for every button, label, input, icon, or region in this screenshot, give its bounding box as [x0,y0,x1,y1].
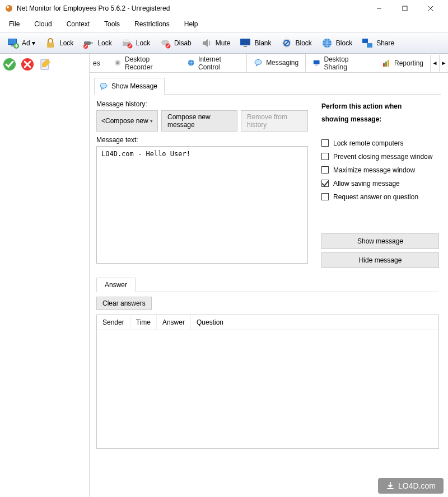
toolbar-add[interactable]: Ad ▾ [2,34,40,52]
toolbar-disable[interactable]: Disab [155,34,196,52]
check-lock-remote-label: Lock remote computers [333,139,403,147]
reject-icon[interactable] [20,57,35,72]
check-maximize-label: Maximize message window [333,166,415,174]
svg-rect-3 [403,6,407,11]
col-answer[interactable]: Answer [157,315,191,330]
menu-help[interactable]: Help [182,19,200,29]
tab-desktop-recorder[interactable]: Desktop Recorder [107,54,180,72]
toolbar-block-2-label: Block [336,39,352,47]
window-controls [366,1,444,16]
svg-point-0 [6,5,12,12]
maximize-button[interactable] [392,1,418,16]
menubar: File Cloud Context Tools Restrictions He… [0,17,448,32]
svg-point-45 [100,83,107,88]
toolbar-share-label: Share [376,39,394,47]
check-prevent-close-label: Prevent closing message window [333,153,432,161]
toolbar-lock-2-label: Lock [97,39,111,47]
hide-message-button[interactable]: Hide message [321,252,439,268]
menu-context[interactable]: Context [64,19,92,29]
tab-scroll: ◄ ► [430,55,448,72]
history-select-value: <Compose new [101,117,148,125]
svg-rect-42 [383,63,385,67]
menu-cloud[interactable]: Cloud [32,19,54,29]
svg-rect-29 [362,39,368,43]
tab-reporting[interactable]: Reporting [375,54,430,72]
checkbox-icon [321,153,329,160]
sub-tab-label: Show Message [111,82,157,90]
svg-rect-11 [84,41,91,45]
message-text-input[interactable] [96,146,308,264]
col-time[interactable]: Time [130,315,157,330]
toolbar-disable-label: Disab [174,39,192,47]
tab-desktop-sharing-label: Desktop Sharing [324,55,368,71]
svg-rect-43 [385,62,387,67]
tab-messaging-label: Messaging [266,59,298,67]
check-prevent-close[interactable]: Prevent closing message window [321,153,439,161]
compose-button[interactable]: Compose new message [161,110,237,132]
toolbar-mute[interactable]: Mute [196,34,235,52]
answer-body: Clear answers Sender Time Answer Questio… [96,292,439,449]
action-column: Perform this action when showing message… [321,100,439,268]
toolbar-block-2[interactable]: Block [316,34,357,52]
main-area: es Desktop Recorder Internet Control Mes… [90,54,448,497]
check-request-answer[interactable]: Request answer on question [321,193,439,201]
monitor-add-icon [7,37,19,49]
answer-table-header: Sender Time Answer Question [97,315,438,330]
svg-rect-10 [47,43,54,48]
toolbar-block-1[interactable]: Block [276,34,316,52]
tab-internet-control[interactable]: Internet Control [180,54,246,72]
svg-rect-23 [241,39,250,45]
tab-desktop-sharing[interactable]: Desktop Sharing [306,54,375,72]
close-button[interactable] [418,1,444,16]
clear-answers-button[interactable]: Clear answers [96,297,152,310]
tab-scroll-left[interactable]: ◄ [430,55,439,72]
answer-tab[interactable]: Answer [96,278,136,292]
svg-rect-24 [244,46,247,47]
menu-tools[interactable]: Tools [102,19,122,29]
window-title: Net Monitor for Employees Pro 5.6.2 - Un… [17,4,366,12]
checkbox-checked-icon [321,180,329,187]
menu-file[interactable]: File [7,19,22,29]
col-question[interactable]: Question [191,315,438,330]
tab-scroll-right[interactable]: ► [439,55,448,72]
answer-table[interactable]: Sender Time Answer Question [96,315,439,449]
check-maximize[interactable]: Maximize message window [321,166,439,174]
download-icon [386,481,395,490]
accept-icon[interactable] [2,57,17,72]
show-message-button[interactable]: Show message [321,233,439,249]
history-select[interactable]: <Compose new ▾ [96,110,158,132]
remove-history-button[interactable]: Remove from history [241,110,308,132]
check-lock-remote[interactable]: Lock remote computers [321,139,439,147]
minimize-button[interactable] [366,1,392,16]
block-icon [281,37,293,49]
svg-rect-30 [367,43,372,48]
check-request-answer-label: Request answer on question [333,193,418,201]
action-heading: Perform this action when showing message… [321,100,439,126]
watermark-text: LO4D.com [398,481,436,490]
chart-icon [382,59,391,68]
check-allow-save[interactable]: Allow saving message [321,180,439,187]
toolbar-lock-1-label: Lock [59,39,73,47]
note-icon[interactable] [38,57,53,72]
menu-restrictions[interactable]: Restrictions [132,19,172,29]
tab-partial[interactable]: es [90,54,107,72]
sub-tab-show-message[interactable]: Show Message [94,78,165,95]
tab-messaging[interactable]: Messaging [246,54,306,72]
chevron-down-icon: ▾ [150,118,153,124]
monitor-small-icon [312,59,320,68]
toolbar-lock-1[interactable]: Lock [40,34,78,52]
tab-internet-control-label: Internet Control [198,55,240,71]
watermark: LO4D.com [378,478,444,494]
toolbar-lock-3[interactable]: Lock [116,34,155,52]
main-tabs: es Desktop Recorder Internet Control Mes… [90,54,448,73]
checkbox-icon [321,193,329,200]
toolbar-blank[interactable]: Blank [235,34,276,52]
checkbox-icon [321,166,329,174]
message-column: Message history: <Compose new ▾ Compose … [96,100,308,268]
toolbar-lock-2[interactable]: Lock [78,34,116,52]
col-sender[interactable]: Sender [97,315,130,330]
app-icon [4,4,13,13]
toolbar-share[interactable]: Share [357,34,399,52]
share-icon [361,37,374,49]
toolbar-mute-label: Mute [216,39,231,47]
